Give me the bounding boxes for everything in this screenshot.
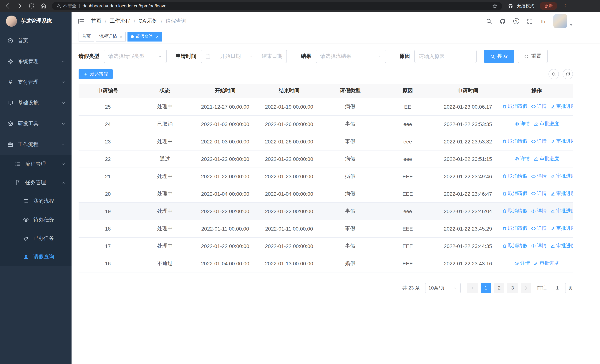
help-icon[interactable]: ?	[513, 18, 519, 24]
cancel-leave-link[interactable]: 取消请假	[502, 225, 527, 232]
audit-progress-link[interactable]: 审批进度	[534, 156, 559, 162]
next-page-button[interactable]	[521, 283, 531, 293]
user-menu[interactable]	[553, 14, 572, 28]
sidebar-item-task-management[interactable]: 任务管理	[0, 173, 72, 192]
sidebar-item-my-process[interactable]: 我的流程	[0, 192, 72, 211]
browser-menu-icon[interactable]: ⋮	[562, 3, 568, 9]
detail-link[interactable]: 详情	[531, 225, 547, 232]
github-icon[interactable]	[499, 18, 506, 24]
sidebar-item-home[interactable]: 首页	[0, 30, 72, 51]
active-tab-dot	[131, 35, 134, 38]
app-logo[interactable]: 芋道管理系统	[0, 12, 72, 30]
address-bar[interactable]: 不安全 dashboard.yudao.iocoder.cn/bpm/oa/le…	[52, 2, 502, 10]
cell-id: 24	[79, 115, 137, 133]
result-label: 结果	[301, 53, 311, 60]
cancel-leave-link[interactable]: 取消请假	[502, 208, 527, 215]
page-button-3[interactable]: 3	[507, 283, 518, 293]
cell-id: 20	[79, 185, 137, 202]
cell-type: 病假	[320, 185, 380, 202]
apply-time-range-picker[interactable]: 开始日期 - 结束日期	[201, 50, 287, 63]
cancel-leave-link[interactable]: 取消请假	[502, 103, 527, 110]
audit-progress-link[interactable]: 审批进度	[550, 173, 573, 180]
create-leave-button[interactable]: ＋ 发起请假	[79, 69, 113, 79]
cancel-leave-link[interactable]: 取消请假	[502, 190, 527, 197]
tab-home[interactable]: 首页	[79, 32, 94, 41]
sidebar-item-payment[interactable]: ¥ 支付管理	[0, 72, 72, 93]
table-row: 21处理中2022-01-22 00:00:002022-01-23 00:00…	[79, 168, 573, 185]
audit-progress-link[interactable]: 审批进度	[550, 243, 573, 249]
eye-icon	[23, 217, 29, 223]
security-warning: 不安全	[56, 3, 76, 9]
audit-progress-link[interactable]: 审批进度	[550, 103, 573, 110]
sidebar-toggle-icon[interactable]	[77, 18, 84, 25]
home-icon[interactable]	[40, 3, 47, 9]
apply-time-label: 申请时间	[176, 53, 197, 60]
refresh-table-button[interactable]	[562, 69, 573, 79]
toggle-search-button[interactable]	[548, 69, 559, 79]
goto-page-input[interactable]	[549, 283, 566, 293]
detail-link[interactable]: 详情	[514, 260, 530, 267]
detail-link[interactable]: 详情	[531, 208, 547, 215]
search-button[interactable]: 搜索	[484, 50, 514, 63]
result-select[interactable]: 请选择流结果	[316, 50, 386, 63]
tab-leave-query[interactable]: 请假查询 ×	[128, 32, 162, 41]
table-row: 25处理中2021-12-27 00:00:002022-01-19 00:00…	[79, 98, 573, 115]
detail-link[interactable]: 详情	[531, 173, 547, 180]
sidebar-item-devtools[interactable]: 研发工具	[0, 113, 72, 134]
cancel-leave-link[interactable]: 取消请假	[502, 138, 527, 145]
cancel-leave-link[interactable]: 取消请假	[502, 243, 527, 249]
cell-type: 事假	[320, 220, 380, 237]
detail-link[interactable]: 详情	[531, 103, 547, 110]
fullscreen-icon[interactable]	[526, 18, 533, 24]
detail-link[interactable]: 详情	[531, 138, 547, 145]
cancel-leave-link[interactable]: 取消请假	[502, 173, 527, 180]
detail-link[interactable]: 详情	[514, 121, 530, 127]
cell-apply_time: 2022-01-22 23:44:35	[435, 237, 500, 255]
sidebar-item-infrastructure[interactable]: 基础设施	[0, 93, 72, 113]
detail-link[interactable]: 详情	[531, 190, 547, 197]
page-button-2[interactable]: 2	[494, 283, 504, 293]
font-size-icon[interactable]: TT	[540, 18, 546, 24]
forward-icon[interactable]	[16, 3, 23, 9]
reload-icon[interactable]	[28, 3, 35, 9]
close-icon[interactable]: ×	[156, 34, 159, 39]
bookmark-star-icon[interactable]	[492, 3, 498, 9]
chevron-down-icon	[61, 162, 66, 167]
audit-progress-link[interactable]: 审批进度	[534, 260, 559, 267]
audit-progress-link[interactable]: 审批进度	[550, 138, 573, 145]
cell-id: 22	[79, 150, 137, 168]
leave-type-select[interactable]: 请选择请假类型	[104, 50, 167, 63]
eye-icon	[531, 139, 536, 144]
audit-progress-link[interactable]: 审批进度	[550, 208, 573, 215]
reset-button[interactable]: 重置	[518, 50, 548, 63]
detail-link[interactable]: 详情	[531, 243, 547, 249]
sidebar-item-leave-query[interactable]: 请假查询	[0, 248, 72, 266]
detail-link[interactable]: 详情	[514, 156, 530, 162]
search-icon[interactable]	[486, 18, 492, 24]
audit-progress-link[interactable]: 审批进度	[550, 190, 573, 197]
audit-progress-link[interactable]: 审批进度	[534, 121, 559, 127]
cell-actions: 详情审批进度	[500, 150, 573, 168]
audit-progress-link[interactable]: 审批进度	[550, 225, 573, 232]
breadcrumb-home[interactable]: 首页	[91, 18, 102, 24]
cell-actions: 取消请假详情审批进度	[500, 237, 573, 255]
sidebar-item-workflow[interactable]: 工作流程	[0, 134, 72, 155]
cell-reason: eee	[380, 115, 435, 133]
close-icon[interactable]: ×	[120, 34, 122, 39]
start-date-placeholder: 开始日期	[220, 53, 241, 60]
chevron-up-icon	[61, 180, 66, 185]
page-button-1[interactable]: 1	[481, 283, 491, 293]
sidebar-item-todo-tasks[interactable]: 待办任务	[0, 211, 72, 229]
page-size-select[interactable]: 10条/页	[425, 283, 461, 293]
leave-type-label: 请假类型	[79, 53, 99, 60]
tab-process-detail[interactable]: 流程详情 ×	[96, 32, 126, 41]
sidebar-item-system[interactable]: 系统管理	[0, 51, 72, 72]
update-button[interactable]: 更新	[540, 2, 557, 10]
sidebar-item-done-tasks[interactable]: 已办任务	[0, 229, 72, 248]
reason-input[interactable]	[414, 50, 477, 63]
cell-reason: EEE	[380, 237, 435, 255]
back-icon[interactable]	[4, 3, 11, 9]
prev-page-button[interactable]	[467, 283, 478, 293]
sidebar-item-process-management[interactable]: 流程管理	[0, 155, 72, 173]
cell-end: 2022-01-22 00:00:00	[258, 237, 320, 255]
